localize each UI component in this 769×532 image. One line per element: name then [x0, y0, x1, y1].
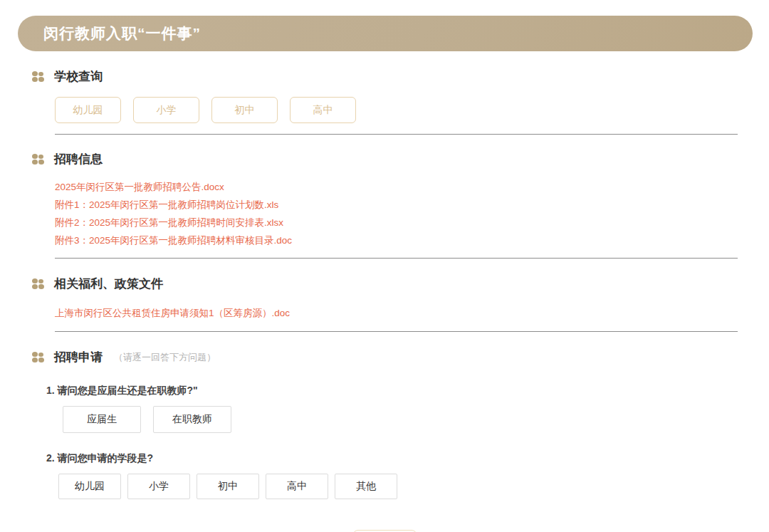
recruit-file-links: 2025年闵行区第一批教师招聘公告.docx 附件1：2025年闵行区第一批教师…: [55, 178, 738, 249]
question-1-label: 1. 请问您是应届生还是在职教师?": [46, 385, 738, 397]
option-other-button[interactable]: 其他: [335, 474, 397, 499]
question-1: 1. 请问您是应届生还是在职教师?" 应届生 在职教师: [32, 385, 738, 433]
option-fresh-graduate-button[interactable]: 应届生: [63, 406, 141, 433]
section-header: 学校查询: [32, 68, 738, 85]
question-2-label: 2. 请问您申请的学段是?: [46, 452, 738, 465]
section-divider: [55, 134, 738, 135]
welfare-file-links: 上海市闵行区公共租赁住房申请须知1（区筹房源）.doc: [55, 304, 738, 322]
section-recruit-info: 招聘信息 2025年闵行区第一批教师招聘公告.docx 附件1：2025年闵行区…: [32, 151, 738, 259]
section-application: 招聘申请 （请逐一回答下方问题） 1. 请问您是应届生还是在职教师?" 应届生 …: [32, 349, 738, 499]
section-divider: [55, 331, 738, 332]
section-title: 招聘信息: [54, 151, 103, 167]
section-title: 学校查询: [54, 68, 103, 85]
recruit-attachment1-link[interactable]: 附件1：2025年闵行区第一批教师招聘岗位计划数.xls: [55, 196, 278, 214]
clover-icon: [32, 71, 44, 83]
recruit-attachment2-link[interactable]: 附件2：2025年闵行区第一批教师招聘时间安排表.xlsx: [55, 214, 283, 231]
section-divider: [55, 258, 738, 259]
section-title: 相关福利、政策文件: [54, 276, 163, 292]
question-2: 2. 请问您申请的学段是? 幼儿园 小学 初中 高中 其他: [32, 452, 738, 499]
page-title: 闵行教师入职“一件事”: [43, 24, 201, 43]
option-senior-button[interactable]: 高中: [266, 474, 328, 499]
option-primary-button[interactable]: 小学: [127, 474, 190, 499]
public-rental-housing-link[interactable]: 上海市闵行区公共租赁住房申请须知1（区筹房源）.doc: [55, 304, 290, 322]
clover-icon: [32, 278, 44, 290]
school-type-junior-button[interactable]: 初中: [211, 97, 278, 123]
question-1-options: 应届生 在职教师: [63, 406, 738, 433]
recruit-attachment3-link[interactable]: 附件3：2025年闵行区第一批教师招聘材料审核目录.doc: [55, 231, 292, 249]
section-header: 招聘信息: [32, 151, 738, 167]
option-junior-button[interactable]: 初中: [197, 474, 259, 499]
section-title: 招聘申请: [54, 349, 103, 365]
section-subtitle: （请逐一回答下方问题）: [114, 351, 216, 364]
question-2-options: 幼儿园 小学 初中 高中 其他: [58, 474, 738, 499]
section-school-query: 学校查询 幼儿园 小学 初中 高中: [32, 68, 738, 135]
main-content: 学校查询 幼儿园 小学 初中 高中 招聘信息 2025年闵行区第一批教师招聘公告…: [0, 68, 769, 532]
school-type-kindergarten-button[interactable]: 幼儿园: [55, 97, 121, 123]
option-inservice-teacher-button[interactable]: 在职教师: [153, 406, 231, 433]
school-type-senior-button[interactable]: 高中: [290, 97, 356, 123]
section-header: 相关福利、政策文件: [32, 276, 738, 292]
clover-icon: [32, 154, 44, 165]
section-welfare-policy: 相关福利、政策文件 上海市闵行区公共租赁住房申请须知1（区筹房源）.doc: [32, 276, 738, 332]
page-header: 闵行教师入职“一件事”: [18, 16, 753, 51]
option-kindergarten-button[interactable]: 幼儿园: [58, 474, 121, 499]
recruit-announcement-link[interactable]: 2025年闵行区第一批教师招聘公告.docx: [55, 178, 224, 196]
school-type-primary-button[interactable]: 小学: [133, 97, 199, 123]
school-type-buttons: 幼儿园 小学 初中 高中: [55, 97, 738, 123]
clover-icon: [32, 352, 44, 363]
section-header: 招聘申请 （请逐一回答下方问题）: [32, 349, 738, 365]
